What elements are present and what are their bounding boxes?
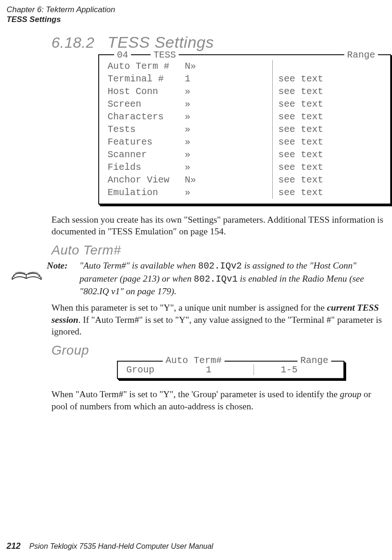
box-label-04: 04 <box>114 49 131 61</box>
row-range: see text <box>278 123 384 136</box>
table-row: Tests » see text <box>108 123 384 136</box>
p-auto-suffix: . If "Auto Term#" is set to "Y", any val… <box>51 315 382 336</box>
row-val: » <box>185 186 278 199</box>
table-row: Screen » see text <box>108 98 384 110</box>
heading-auto-term: Auto Term# <box>51 243 385 258</box>
row-name: Characters <box>108 110 185 123</box>
section-number: 6.18.2 <box>51 34 94 51</box>
row-range: 1-5 <box>257 364 337 375</box>
row-range: see text <box>278 110 384 123</box>
table-row: Auto Term # N» <box>108 60 384 73</box>
row-name: Group <box>126 364 206 375</box>
paragraph-auto-term: When this parameter is set to "Y", a uni… <box>51 302 385 337</box>
row-val: » <box>185 85 278 98</box>
row-name: Features <box>108 136 185 148</box>
group-box: Auto Term# Range Group 1 1-5 <box>117 361 344 379</box>
p-group-prefix: When "Auto Term#" is set to "Y", the 'Gr… <box>51 389 340 399</box>
table-row: Terminal # 1 see text <box>108 73 384 85</box>
row-range: see text <box>278 186 384 199</box>
paragraph-group: When "Auto Term#" is set to "Y", the 'Gr… <box>51 388 385 412</box>
row-name: Screen <box>108 98 185 110</box>
row-range: see text <box>278 148 384 161</box>
row-range: see text <box>278 174 384 186</box>
row-val: » <box>185 161 278 174</box>
row-name: Anchor View <box>108 174 185 186</box>
row-name: Scanner <box>108 148 185 161</box>
row-name: Emulation <box>108 186 185 199</box>
row-val: » <box>185 98 278 110</box>
row-range: see text <box>278 85 384 98</box>
row-range: see text <box>278 98 384 110</box>
box-divider-sm <box>254 364 254 375</box>
row-val: 1 <box>206 364 257 375</box>
tess-settings-box: 04 TESS Range Auto Term # N» Terminal # … <box>98 54 391 204</box>
note-block: Note: "Auto Term#" is available when 802… <box>7 260 385 297</box>
p-auto-prefix: When this parameter is set to "Y", a uni… <box>51 303 327 313</box>
row-name: Tests <box>108 123 185 136</box>
row-val: 1 <box>185 73 278 85</box>
row-range: see text <box>278 136 384 148</box>
row-val: » <box>185 148 278 161</box>
box-divider <box>272 60 273 199</box>
note-label: Note: <box>47 260 80 271</box>
section-title: 6.18.2 TESS Settings <box>51 33 385 51</box>
row-val: N» <box>185 60 278 73</box>
note-text: "Auto Term#" is available when 802.IQv2 … <box>80 260 385 297</box>
tess-rows: Auto Term # N» Terminal # 1 see text Hos… <box>108 60 384 199</box>
row-val: » <box>185 110 278 123</box>
page: Chapter 6: Tekterm Application TESS Sett… <box>0 0 392 557</box>
header-chapter: Chapter 6: Tekterm Application <box>7 5 385 15</box>
note-code-2: 802.IQv1 <box>194 274 238 284</box>
table-row: Group 1 1-5 <box>126 364 337 375</box>
table-row: Fields » see text <box>108 161 384 174</box>
header-section: TESS Settings <box>7 15 385 24</box>
table-row: Emulation » see text <box>108 186 384 199</box>
row-range: see text <box>278 161 384 174</box>
row-val: » <box>185 123 278 136</box>
table-row: Host Conn » see text <box>108 85 384 98</box>
row-range <box>278 60 384 73</box>
paragraph-session: Each session you create has its own "Set… <box>51 214 385 238</box>
page-footer: 212 Psion Teklogix 7535 Hand-Held Comput… <box>7 541 213 551</box>
table-row: Anchor View N» see text <box>108 174 384 186</box>
footer-text: Psion Teklogix 7535 Hand-Held Computer U… <box>29 542 213 550</box>
row-name: Fields <box>108 161 185 174</box>
row-val: N» <box>185 174 278 186</box>
table-row: Scanner » see text <box>108 148 384 161</box>
note-code-1: 802.IQv2 <box>198 261 242 271</box>
row-range: see text <box>278 73 384 85</box>
row-name: Host Conn <box>108 85 185 98</box>
table-row: Features » see text <box>108 136 384 148</box>
note-text-1: "Auto Term#" is available when <box>80 261 198 270</box>
page-number: 212 <box>7 541 21 551</box>
p-group-italic: group <box>340 389 362 399</box>
box-label-range-sm: Range <box>298 355 331 366</box>
table-row: Characters » see text <box>108 110 384 123</box>
box-label-tess: TESS <box>151 49 179 61</box>
box-label-range: Range <box>344 49 378 61</box>
row-name: Auto Term # <box>108 60 185 73</box>
row-name: Terminal # <box>108 73 185 85</box>
row-val: » <box>185 136 278 148</box>
page-header: Chapter 6: Tekterm Application TESS Sett… <box>7 5 385 25</box>
box-label-auto-term: Auto Term# <box>163 355 225 366</box>
book-icon <box>7 260 47 281</box>
